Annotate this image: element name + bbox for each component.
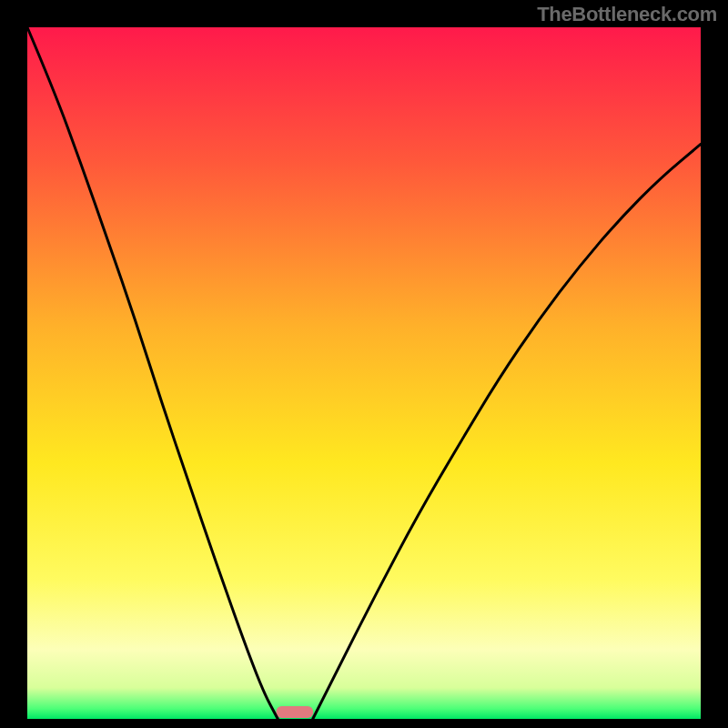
watermark-text: TheBottleneck.com xyxy=(537,3,717,26)
chart-frame: { "watermark": "TheBottleneck.com", "cha… xyxy=(0,0,728,728)
bottleneck-chart xyxy=(0,0,728,728)
bottleneck-marker xyxy=(276,706,313,718)
